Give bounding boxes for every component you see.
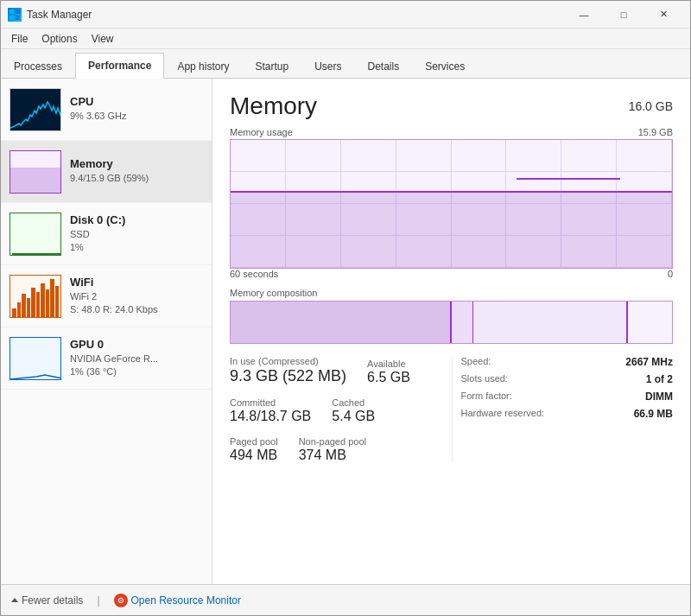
- tab-services[interactable]: Services: [412, 53, 478, 79]
- tab-startup[interactable]: Startup: [242, 53, 301, 79]
- comp-in-use: [231, 302, 452, 343]
- chart-time-right: 0: [668, 269, 673, 279]
- panel-total: 16.0 GB: [629, 99, 673, 113]
- cpu-name: CPU: [70, 95, 203, 108]
- menu-options[interactable]: Options: [35, 29, 84, 48]
- window-controls: — □ ✕: [564, 1, 683, 29]
- chart-label-row: Memory usage 15.9 GB: [230, 127, 673, 137]
- form-value: DIMM: [645, 391, 673, 403]
- window-title: Task Manager: [27, 9, 564, 21]
- memory-info: Memory 9.4/15.9 GB (59%): [70, 157, 203, 185]
- paged-value: 494 MB: [230, 448, 278, 463]
- disk-detail1: SSD: [70, 228, 203, 241]
- speed-label: Speed:: [461, 356, 491, 368]
- sidebar-item-gpu[interactable]: GPU 0 NVIDIA GeForce R... 1% (36 °C): [1, 327, 212, 390]
- committed-label: Committed: [230, 397, 311, 408]
- speed-row: Speed: 2667 MHz: [461, 356, 674, 368]
- nonpaged-label: Non-paged pool: [299, 436, 366, 447]
- committed-cached-row: Committed14.8/18.7 GBCached5.4 GB: [230, 397, 434, 424]
- wifi-detail2: S: 48.0 R: 24.0 Kbps: [70, 303, 203, 316]
- gpu-detail1: NVIDIA GeForce R...: [70, 352, 203, 365]
- comp-free: [628, 302, 672, 343]
- maximize-button[interactable]: □: [604, 1, 643, 29]
- svg-rect-2: [10, 16, 14, 20]
- wifi-name: WiFi: [70, 276, 203, 289]
- minimize-button[interactable]: —: [564, 1, 604, 29]
- available-label: Available: [367, 359, 410, 369]
- composition-chart: [230, 301, 673, 344]
- tab-details[interactable]: Details: [354, 53, 412, 79]
- task-manager-window: Task Manager — □ ✕ File Options View Pro…: [0, 0, 691, 616]
- open-resource-monitor-button[interactable]: ⊙ Open Resource Monitor: [114, 594, 241, 607]
- speed-value: 2667 MHz: [625, 356, 673, 368]
- pool-row: Paged pool494 MBNon-paged pool374 MB: [230, 436, 434, 463]
- footer: Fewer details | ⊙ Open Resource Monitor: [1, 584, 690, 615]
- form-label: Form factor:: [461, 391, 512, 403]
- chart-max-label: 15.9 GB: [638, 127, 673, 137]
- slots-row: Slots used: 1 of 2: [461, 373, 674, 385]
- main-content: CPU 9% 3.63 GHz Memory 9.4/15.9 GB (59%): [1, 79, 690, 584]
- menu-file[interactable]: File: [4, 29, 35, 48]
- fewer-details-label: Fewer details: [22, 594, 83, 606]
- disk-name: Disk 0 (C:): [70, 213, 203, 226]
- tab-app-history[interactable]: App history: [164, 53, 242, 79]
- gpu-detail2: 1% (36 °C): [70, 365, 203, 378]
- comp-standby: [473, 302, 628, 343]
- cached-value: 5.4 GB: [332, 409, 375, 424]
- memory-panel: Memory 16.0 GB Memory usage 15.9 GB: [212, 79, 690, 584]
- wifi-detail1: WiFi 2: [70, 290, 203, 303]
- stats-grid: In use (Compressed)9.3 GB (522 MB)Availa…: [230, 356, 673, 463]
- memory-usage-section: Memory usage 15.9 GB: [230, 127, 673, 279]
- wifi-info: WiFi WiFi 2 S: 48.0 R: 24.0 Kbps: [70, 276, 203, 317]
- comp-modified: [452, 302, 474, 343]
- cpu-detail: 9% 3.63 GHz: [70, 110, 203, 123]
- memory-detail: 9.4/15.9 GB (59%): [70, 172, 203, 185]
- memory-peak-line: [517, 178, 620, 180]
- chevron-up-icon: [11, 598, 18, 602]
- memory-thumbnail: [10, 150, 61, 194]
- gpu-info: GPU 0 NVIDIA GeForce R... 1% (36 °C): [70, 338, 203, 379]
- sidebar: CPU 9% 3.63 GHz Memory 9.4/15.9 GB (59%): [1, 79, 212, 584]
- slots-label: Slots used:: [461, 373, 508, 385]
- fewer-details-button[interactable]: Fewer details: [11, 594, 83, 606]
- stats-right: Speed: 2667 MHz Slots used: 1 of 2 Form …: [452, 356, 674, 463]
- svg-rect-0: [10, 10, 14, 14]
- available-value: 6.5 GB: [367, 370, 410, 385]
- committed-value: 14.8/18.7 GB: [230, 409, 311, 424]
- gpu-name: GPU 0: [70, 338, 203, 351]
- sidebar-item-memory[interactable]: Memory 9.4/15.9 GB (59%): [1, 141, 212, 203]
- memory-usage-chart: [230, 139, 673, 269]
- sidebar-item-disk[interactable]: Disk 0 (C:) SSD 1%: [1, 203, 212, 265]
- tab-bar: Processes Performance App history Startu…: [1, 49, 690, 79]
- composition-section: Memory composition: [230, 288, 673, 344]
- paged-label: Paged pool: [230, 436, 278, 447]
- form-row: Form factor: DIMM: [461, 391, 674, 403]
- in-use-available-row: In use (Compressed)9.3 GB (522 MB)Availa…: [230, 356, 434, 385]
- in-use-value: 9.3 GB (522 MB): [230, 367, 346, 385]
- disk-info: Disk 0 (C:) SSD 1%: [70, 213, 203, 255]
- footer-separator: |: [97, 594, 99, 606]
- menu-bar: File Options View: [1, 29, 690, 49]
- reserved-row: Hardware reserved: 66.9 MB: [461, 408, 674, 420]
- reserved-value: 66.9 MB: [634, 408, 673, 420]
- close-button[interactable]: ✕: [643, 1, 683, 29]
- tab-processes[interactable]: Processes: [1, 53, 75, 79]
- tab-performance[interactable]: Performance: [75, 53, 164, 79]
- memory-usage-area: [231, 191, 672, 268]
- gpu-thumbnail: [10, 337, 61, 380]
- sidebar-item-wifi[interactable]: WiFi WiFi 2 S: 48.0 R: 24.0 Kbps: [1, 265, 212, 327]
- disk-detail2: 1%: [70, 241, 203, 254]
- wifi-thumbnail: [10, 275, 61, 318]
- chart-time-left: 60 seconds: [230, 269, 278, 279]
- chart-time-row: 60 seconds 0: [230, 269, 673, 279]
- sidebar-item-cpu[interactable]: CPU 9% 3.63 GHz: [1, 79, 212, 141]
- disk-thumbnail: [10, 213, 61, 256]
- tab-users[interactable]: Users: [301, 53, 354, 79]
- cached-label: Cached: [332, 397, 375, 408]
- stats-left: In use (Compressed)9.3 GB (522 MB)Availa…: [230, 356, 452, 463]
- nonpaged-value: 374 MB: [299, 448, 366, 463]
- slots-value: 1 of 2: [646, 373, 673, 385]
- menu-view[interactable]: View: [85, 29, 121, 48]
- chart-label: Memory usage: [230, 127, 293, 137]
- panel-header: Memory 16.0 GB: [230, 92, 673, 120]
